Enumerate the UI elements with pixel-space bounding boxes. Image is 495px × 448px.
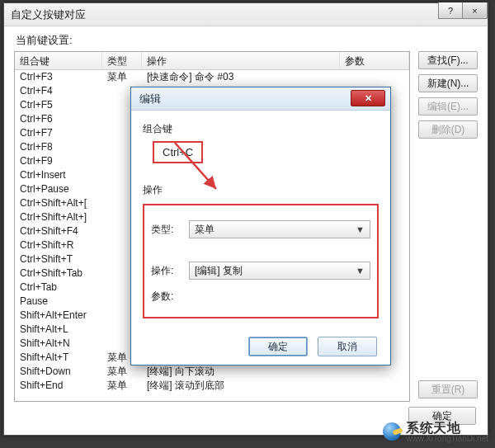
col-operation[interactable]: 操作: [142, 52, 340, 69]
table-cell: Pause: [15, 295, 102, 309]
type-dropdown-value: 菜单: [195, 223, 214, 237]
table-cell: [340, 70, 409, 84]
table-cell: [快速命令] 命令 #03: [142, 70, 340, 84]
table-cell: Ctrl+Shift+F4: [15, 224, 102, 238]
highlight-frame: 类型: 菜单 ▼ 操作: [编辑] 复制 ▼ 参数:: [143, 204, 379, 318]
table-cell: Ctrl+F5: [15, 98, 102, 112]
col-combo[interactable]: 组合键: [15, 52, 102, 69]
combo-key-display[interactable]: Ctrl+C: [153, 141, 203, 163]
table-cell: Ctrl+Shift+R: [15, 238, 102, 252]
table-row[interactable]: Shift+Down菜单[终端] 向下滚动: [15, 365, 409, 379]
table-cell: Ctrl+F8: [15, 140, 102, 154]
watermark: 系统天地 www.XiTongTianDi.net: [383, 420, 488, 443]
table-cell: [340, 379, 409, 393]
table-cell: Ctrl+Pause: [15, 182, 102, 196]
outer-close-button[interactable]: ×: [463, 2, 488, 19]
chevron-down-icon: ▼: [356, 224, 365, 234]
table-cell: Ctrl+F9: [15, 154, 102, 168]
table-cell: Ctrl+F7: [15, 126, 102, 140]
help-button[interactable]: ?: [438, 2, 463, 19]
edit-dialog-titlebar[interactable]: 编辑 ✕: [131, 87, 390, 111]
table-cell: Ctrl+Shift+Alt+[: [15, 196, 102, 210]
table-header: 组合键 类型 操作 参数: [15, 52, 409, 70]
globe-icon: [383, 422, 401, 441]
table-cell: Shift+Alt+T: [15, 351, 102, 365]
table-cell: Shift+Alt+N: [15, 337, 102, 351]
table-cell: Ctrl+Shift+Alt+]: [15, 210, 102, 224]
table-row[interactable]: Ctrl+F3菜单[快速命令] 命令 #03: [15, 70, 409, 84]
table-cell: Ctrl+F3: [15, 70, 102, 84]
table-cell: Shift+End: [15, 379, 102, 393]
new-button[interactable]: 新建(N)...: [418, 74, 478, 92]
table-cell: Ctrl+Tab: [15, 281, 102, 295]
operation-dropdown-value: [编辑] 复制: [195, 264, 243, 278]
edit-dialog-title: 编辑: [139, 92, 161, 106]
edit-dialog-ok-button[interactable]: 确定: [248, 337, 308, 356]
type-label: 类型:: [151, 223, 189, 237]
table-cell: Ctrl+F6: [15, 112, 102, 126]
edit-dialog-close-button[interactable]: ✕: [351, 90, 385, 106]
operation-section-label: 操作: [143, 183, 379, 197]
operation-dropdown[interactable]: [编辑] 复制 ▼: [189, 262, 370, 280]
current-key-settings-label: 当前键设置:: [4, 26, 488, 53]
table-cell: 菜单: [102, 365, 142, 379]
table-cell: 菜单: [102, 379, 142, 393]
table-row[interactable]: Shift+End菜单[终端] 滚动到底部: [15, 379, 409, 393]
chevron-down-icon: ▼: [356, 266, 365, 276]
watermark-url: www.XiTongTianDi.net: [406, 434, 488, 443]
find-button[interactable]: 查找(F)...: [418, 51, 478, 69]
col-type[interactable]: 类型: [102, 52, 142, 69]
watermark-text: 系统天地: [406, 421, 460, 435]
table-cell: [340, 365, 409, 379]
table-cell: [终端] 滚动到底部: [142, 379, 340, 393]
col-param[interactable]: 参数: [340, 52, 409, 69]
outer-window-title: 自定义按键对应: [11, 7, 86, 22]
delete-button[interactable]: 删除(D): [418, 120, 478, 139]
table-cell: Shift+Down: [15, 365, 102, 379]
side-button-column: 查找(F)... 新建(N)... 编辑(E)... 删除(D): [418, 51, 478, 139]
table-cell: Ctrl+Shift+T: [15, 252, 102, 266]
reset-button[interactable]: 重置(R): [418, 380, 478, 398]
table-cell: Ctrl+Insert: [15, 168, 102, 182]
table-cell: Ctrl+F4: [15, 84, 102, 98]
combo-section-label: 组合键: [143, 122, 379, 136]
table-cell: Ctrl+Shift+Tab: [15, 266, 102, 281]
edit-dialog: 编辑 ✕ 组合键 Ctrl+C 操作 类型: 菜单 ▼ 操作: [编辑] 复制 …: [130, 87, 391, 365]
outer-titlebar[interactable]: 自定义按键对应 ? ×: [4, 3, 488, 26]
edit-dialog-cancel-button[interactable]: 取消: [318, 337, 377, 356]
param-label: 参数:: [151, 290, 189, 304]
table-cell: Shift+Alt+L: [15, 323, 102, 337]
operation-label: 操作:: [151, 264, 189, 278]
table-cell: Shift+Alt+Enter: [15, 309, 102, 323]
edit-button[interactable]: 编辑(E)...: [418, 97, 478, 116]
table-cell: 菜单: [102, 70, 142, 84]
type-dropdown[interactable]: 菜单 ▼: [189, 220, 370, 238]
table-cell: [终端] 向下滚动: [142, 365, 340, 379]
